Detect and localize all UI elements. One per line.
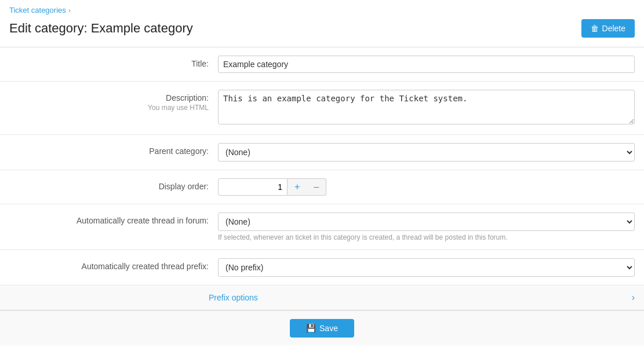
display-order-label: Display order: [9,178,218,191]
parent-category-label: Parent category: [9,143,218,156]
page-wrapper: Ticket categories › Edit category: Examp… [0,0,644,352]
minus-icon: – [314,182,319,192]
description-label: Description: [166,93,209,102]
auto-prefix-control: (No prefix) [218,258,635,277]
breadcrumb-separator: › [68,6,71,14]
save-button-label: Save [319,324,338,333]
form-area: Title: Description: You may use HTML Thi… [0,47,644,310]
auto-prefix-row: Automatically created thread prefix: (No… [0,250,644,285]
description-sublabel: You may use HTML [9,104,209,112]
auto-thread-control: (None) If selected, whenever an ticket i… [218,212,635,241]
parent-category-select[interactable]: (None) [218,143,635,162]
breadcrumb: Ticket categories › [0,0,644,17]
display-order-wrapper: + – [218,178,635,196]
auto-prefix-select[interactable]: (No prefix) [218,258,635,277]
plus-icon: + [294,182,300,192]
display-order-minus-button[interactable]: – [307,178,326,196]
display-order-input[interactable] [218,178,288,196]
description-textarea[interactable]: This is an example category for the Tick… [218,90,635,124]
display-order-control: + – [218,178,635,196]
page-title: Edit category: Example category [9,21,193,36]
save-icon: 💾 [306,324,316,333]
description-row: Description: You may use HTML This is an… [0,82,644,135]
display-order-plus-button[interactable]: + [288,178,307,196]
title-control [218,56,635,73]
auto-thread-row: Automatically create thread in forum: (N… [0,204,644,250]
description-label-col: Description: You may use HTML [9,90,218,112]
auto-thread-help: If selected, whenever an ticket in this … [218,233,635,241]
breadcrumb-parent-link[interactable]: Ticket categories [9,6,66,14]
description-control: This is an example category for the Tick… [218,90,635,126]
trash-icon: 🗑 [591,24,599,33]
prefix-options-row[interactable]: Prefix options › [0,285,644,310]
auto-thread-label: Automatically create thread in forum: [9,212,218,225]
title-row: Title: [0,47,644,82]
display-order-row: Display order: + – [0,170,644,204]
save-row: 💾 Save [0,310,644,346]
delete-button-label: Delete [602,24,625,33]
title-label: Title: [9,56,218,68]
parent-category-row: Parent category: (None) [0,135,644,170]
parent-category-control: (None) [218,143,635,162]
prefix-chevron-icon: › [632,292,635,303]
page-header: Edit category: Example category 🗑 Delete [0,17,644,47]
prefix-options-label: Prefix options [9,293,632,302]
save-button[interactable]: 💾 Save [290,319,354,338]
title-input[interactable] [218,56,635,73]
delete-button[interactable]: 🗑 Delete [581,19,635,38]
auto-prefix-label: Automatically created thread prefix: [9,258,218,271]
auto-thread-select[interactable]: (None) [218,212,635,231]
